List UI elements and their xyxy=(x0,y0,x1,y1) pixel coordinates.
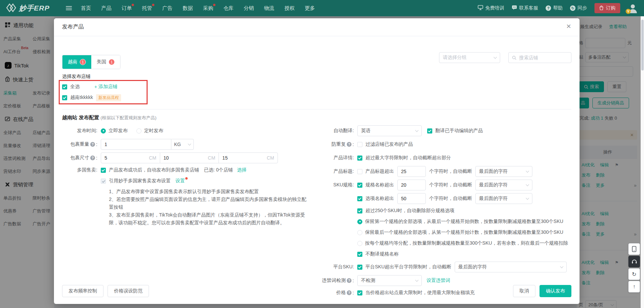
app-logo[interactable]: 妙手ERP xyxy=(6,3,50,13)
free-training-link[interactable]: 免费培训 xyxy=(478,5,504,11)
title-truncate-checkbox[interactable] xyxy=(357,169,362,174)
page-scrollbar[interactable] xyxy=(641,16,644,308)
title-truncate-select[interactable]: 最后面的字符 xyxy=(475,166,532,177)
store-search-box[interactable] xyxy=(508,52,571,63)
nav-item-home[interactable]: 首页 xyxy=(81,5,91,12)
help-icon[interactable]: ? xyxy=(90,156,95,160)
sku-keep-first-option: 保留第一个规格的全部选项，从最后一个规格开始倒数，按数量限制删减规格数量至300… xyxy=(357,218,576,226)
option-name-checkbox[interactable] xyxy=(357,196,362,201)
nav-item-data[interactable]: 数据 xyxy=(183,5,193,12)
quote-settings-row: 引用妙手多国家售卖发布设置 设置 xyxy=(62,177,313,185)
choose-store-link[interactable]: 选择 xyxy=(237,167,247,173)
chevron-down-icon xyxy=(526,197,529,200)
customer-service-button[interactable] xyxy=(628,256,640,267)
publish-scheduled-radio[interactable] xyxy=(136,128,141,134)
size-height-input[interactable] xyxy=(222,155,253,161)
nav-item-order[interactable]: 订单 xyxy=(121,5,132,12)
sku-over-limit-checkbox[interactable] xyxy=(357,208,362,213)
size-length-input[interactable] xyxy=(105,155,135,161)
publish-now-radio[interactable] xyxy=(101,128,106,134)
keep-first-spec-radio[interactable] xyxy=(357,219,362,224)
no-translate-spec-checkbox[interactable] xyxy=(357,252,362,257)
spec-name-limit-input[interactable] xyxy=(397,180,426,190)
translate-language-select[interactable]: 英语 xyxy=(357,125,422,136)
count-badge: 1 xyxy=(109,59,115,65)
nav-item-authorization[interactable]: 授权 xyxy=(284,5,295,12)
sync-icon: ↻ xyxy=(570,5,575,11)
set-banned-words-link[interactable]: 设置违禁词 xyxy=(427,278,450,284)
subscribe-bag-icon xyxy=(599,5,604,11)
selected-store-count: 已选: 0个店铺 xyxy=(204,167,233,173)
spec-name-checkbox[interactable] xyxy=(357,183,362,188)
even-split-radio[interactable] xyxy=(357,241,362,246)
back-to-top-button[interactable]: ↑ xyxy=(628,281,640,292)
banned-words-row: 违禁词检测?: 不检测 设置违禁词 xyxy=(319,275,576,286)
price-guard-button[interactable]: 价格误设防范 xyxy=(108,285,149,297)
weight-input[interactable] xyxy=(101,139,171,150)
multi-country-notes: 1、产品发布弹窗中设置多国售卖表示默认引用妙手多国家售卖发布配置 2、若您需要按… xyxy=(109,188,310,227)
spec-name-truncate-select[interactable]: 最后面的字符 xyxy=(475,180,532,190)
option-name-limit-input[interactable] xyxy=(397,193,426,204)
menu-hamburger-icon[interactable] xyxy=(66,6,72,10)
select-all-label: 全选 xyxy=(70,84,80,90)
store-group-select[interactable]: 请选择分组 xyxy=(439,52,500,63)
notification-dot xyxy=(132,4,134,6)
contact-support-link[interactable]: 联系客服 xyxy=(512,5,538,11)
tab-vietnam[interactable]: 越南1 xyxy=(62,55,91,69)
store-checkbox[interactable] xyxy=(62,95,67,100)
title-char-limit-input[interactable] xyxy=(397,166,426,177)
store-list: 全选 +添加店铺 越南tkkkkk 新发品流程 xyxy=(62,83,121,104)
translate-edited-checkbox[interactable] xyxy=(427,128,432,134)
nav-item-product[interactable]: 产品 xyxy=(101,5,111,12)
nav-item-warehouse[interactable]: 仓库 xyxy=(223,5,233,12)
confirm-publish-button[interactable]: 确认发布 xyxy=(539,285,571,297)
help-link[interactable]: ? 帮助 xyxy=(546,5,563,11)
filter-published-checkbox[interactable] xyxy=(357,142,362,147)
option-name-truncate-select[interactable]: 最后面的字符 xyxy=(475,193,532,204)
scrollbar-thumb[interactable] xyxy=(641,20,644,70)
settings-link[interactable]: 设置 xyxy=(175,178,185,183)
close-icon[interactable]: ✕ xyxy=(565,23,572,30)
nav-item-distribution[interactable]: 分销 xyxy=(244,5,254,12)
mobile-app-button[interactable] xyxy=(628,243,640,255)
chevron-down-icon xyxy=(415,279,419,282)
weight-unit-select[interactable]: KG xyxy=(171,139,194,150)
product-title-row: 产品标题: 产品标题超出 个字符时，自动截断 最后面的字符 xyxy=(319,166,576,177)
banned-words-select[interactable]: 不检测 xyxy=(357,275,422,286)
nav-item-purchase[interactable]: 采购 xyxy=(203,5,213,12)
help-icon[interactable]: ? xyxy=(347,142,352,147)
store-search-input[interactable] xyxy=(519,55,563,60)
support-chat-icon xyxy=(512,5,517,11)
help-icon[interactable]: ? xyxy=(90,142,95,147)
help-icon[interactable]: ? xyxy=(347,278,352,283)
nav-item-more[interactable]: 更多 xyxy=(305,5,315,12)
publish-frequency-button[interactable]: 发布频率控制 xyxy=(62,285,103,297)
add-store-link[interactable]: +添加店铺 xyxy=(94,84,117,90)
price-fill-checkbox[interactable] xyxy=(357,290,362,295)
app-title: 妙手ERP xyxy=(19,3,50,13)
keep-last-spec-radio[interactable] xyxy=(357,230,362,235)
nav-item-hosting[interactable]: 托管 xyxy=(142,5,152,12)
tab-usa[interactable]: 美国1 xyxy=(91,55,120,69)
size-width-input[interactable] xyxy=(164,155,194,161)
detail-truncate-checkbox[interactable] xyxy=(357,156,362,161)
help-icon[interactable]: ? xyxy=(347,290,352,295)
platform-sku-checkbox[interactable] xyxy=(357,265,362,270)
subscribe-button[interactable]: 订购 xyxy=(594,3,620,13)
refresh-button[interactable]: ↻ xyxy=(628,268,640,280)
quote-settings-checkbox[interactable] xyxy=(101,179,106,184)
select-all-checkbox[interactable] xyxy=(62,84,67,89)
platform-sku-truncate-select[interactable]: 最后面的字符 xyxy=(455,262,567,272)
chevron-down-icon xyxy=(415,129,419,132)
publish-now-label: 立即发布 xyxy=(109,128,128,134)
nav-item-ads[interactable]: 广告 xyxy=(162,5,172,12)
notification-dot xyxy=(152,4,154,6)
user-avatar[interactable]: V xyxy=(628,3,638,13)
multi-country-checkbox[interactable] xyxy=(101,168,106,173)
sync-link[interactable]: ↻ 同步 xyxy=(570,5,587,11)
publish-product-modal: 发布产品 ✕ 请选择分组 越南1 美国1 选择发布店铺 全选 +添加店铺 越南t… xyxy=(54,18,580,304)
cancel-button[interactable]: 取消 xyxy=(513,285,535,297)
nav-item-logistics[interactable]: 物流 xyxy=(264,5,274,12)
package-size-row: 包裹尺寸?: CM CM CM xyxy=(62,152,313,163)
chevron-down-icon xyxy=(494,56,497,59)
